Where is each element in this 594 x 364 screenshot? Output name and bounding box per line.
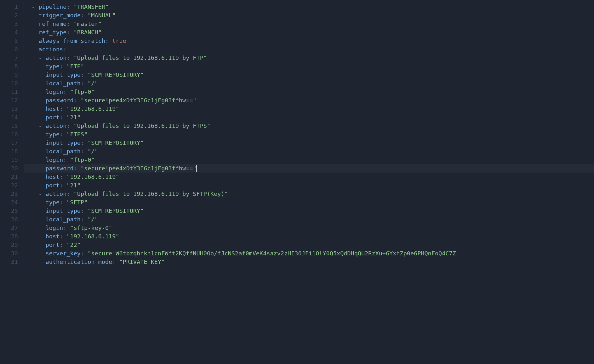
code-line[interactable]: type: "SFTP": [31, 198, 594, 207]
yaml-value: true: [112, 37, 126, 44]
yaml-key: login: [46, 225, 63, 231]
yaml-dash: -: [38, 191, 45, 197]
line-number: 16: [0, 130, 18, 139]
code-line[interactable]: - action: "Upload files to 192.168.6.119…: [31, 122, 594, 130]
code-line[interactable]: login: "ftp-0": [31, 88, 594, 96]
line-number: 8: [0, 62, 18, 71]
yaml-dash: -: [31, 3, 38, 10]
code-line[interactable]: input_type: "SCM_REPOSITORY": [31, 71, 594, 79]
yaml-colon: :: [60, 114, 63, 121]
yaml-value: "sftp-key-0": [70, 225, 112, 231]
code-line[interactable]: input_type: "SCM_REPOSITORY": [31, 139, 594, 147]
yaml-key: login: [46, 88, 63, 95]
line-number: 13: [0, 105, 18, 113]
yaml-key: host: [46, 233, 60, 240]
yaml-value: "MANUAL": [88, 12, 116, 19]
code-line[interactable]: host: "192.168.6.119": [31, 232, 594, 241]
yaml-colon: :: [66, 20, 70, 27]
code-line[interactable]: port: "21": [31, 181, 594, 190]
code-editor[interactable]: 1234567891011121314151617181920212223242…: [0, 0, 594, 364]
text-cursor: [196, 165, 197, 172]
code-line[interactable]: server_key: "secure!W6tbzqhnkh1cnFWft2KQ…: [31, 249, 594, 258]
code-line[interactable]: type: "FTPS": [31, 130, 594, 139]
code-line[interactable]: password: "secure!pee4xDtY3IGc1jFg03ffbw…: [31, 96, 594, 105]
line-number: 29: [0, 241, 18, 249]
yaml-key: trigger_mode: [38, 12, 81, 19]
line-number: 27: [0, 224, 18, 232]
code-line[interactable]: always_from_scratch: true: [31, 37, 594, 45]
code-line[interactable]: port: "21": [31, 113, 594, 122]
code-line[interactable]: actions:: [31, 45, 594, 54]
yaml-key: ref_name: [38, 20, 66, 27]
yaml-value: "Upload files to 192.168.6.119 by FTPS": [74, 122, 210, 129]
yaml-key: pipeline: [38, 3, 66, 10]
code-line[interactable]: local_path: "/": [31, 147, 594, 156]
line-number: 7: [0, 54, 18, 62]
line-number: 2: [0, 11, 18, 20]
line-number: 1: [0, 3, 18, 11]
yaml-value: "FTPS": [66, 131, 88, 138]
line-number: 30: [0, 249, 18, 258]
yaml-colon: :: [81, 80, 84, 87]
code-line[interactable]: type: "FTP": [31, 62, 594, 71]
code-line[interactable]: login: "ftp-0": [31, 156, 594, 164]
yaml-colon: :: [74, 165, 77, 172]
line-number: 10: [0, 79, 18, 88]
code-line[interactable]: password: "secure!pee4xDtY3IGc1jFg03ffbw…: [24, 164, 594, 173]
yaml-key: input_type: [46, 71, 81, 78]
line-number: 26: [0, 215, 18, 224]
yaml-key: action: [46, 122, 67, 129]
yaml-dash: -: [38, 122, 45, 129]
code-line[interactable]: authentication_mode: "PRIVATE_KEY": [31, 258, 594, 266]
yaml-key: port: [46, 242, 60, 248]
yaml-key: local_path: [46, 216, 81, 223]
yaml-value: "192.168.6.119": [66, 233, 119, 240]
yaml-colon: :: [60, 173, 63, 180]
line-number: 23: [0, 190, 18, 198]
code-line[interactable]: local_path: "/": [31, 215, 594, 224]
code-area[interactable]: - pipeline: "TRANSFER" trigger_mode: "MA…: [24, 0, 594, 364]
code-line[interactable]: input_type: "SCM_REPOSITORY": [31, 207, 594, 215]
yaml-colon: :: [105, 37, 109, 44]
yaml-value: "/": [88, 148, 98, 155]
code-line[interactable]: port: "22": [31, 241, 594, 249]
yaml-colon: :: [60, 182, 63, 189]
yaml-key: always_from_scratch: [38, 37, 105, 44]
code-line[interactable]: - pipeline: "TRANSFER": [31, 3, 594, 11]
yaml-key: local_path: [46, 80, 81, 87]
code-line[interactable]: - action: "Upload files to 192.168.6.119…: [31, 54, 594, 62]
code-line[interactable]: trigger_mode: "MANUAL": [31, 11, 594, 20]
yaml-key: action: [46, 191, 67, 197]
yaml-colon: :: [60, 199, 63, 206]
line-number: 21: [0, 173, 18, 181]
yaml-value: "Upload files to 192.168.6.119 by FTP": [74, 54, 207, 61]
yaml-value: "SFTP": [66, 199, 88, 206]
line-number: 25: [0, 207, 18, 215]
code-line[interactable]: local_path: "/": [31, 79, 594, 88]
code-line[interactable]: ref_name: "master": [31, 20, 594, 28]
code-line[interactable]: host: "192.168.6.119": [31, 173, 594, 181]
yaml-value: "/": [88, 216, 98, 223]
yaml-key: password: [46, 97, 74, 104]
line-number: 14: [0, 113, 18, 122]
yaml-value: "21": [66, 182, 81, 189]
code-line[interactable]: login: "sftp-key-0": [31, 224, 594, 232]
yaml-value: "192.168.6.119": [66, 173, 119, 180]
yaml-colon: :: [81, 250, 84, 257]
yaml-value: "ftp-0": [70, 156, 95, 163]
yaml-colon: :: [63, 156, 66, 163]
yaml-key: input_type: [46, 208, 81, 214]
code-line[interactable]: ref_type: "BRANCH": [31, 28, 594, 37]
line-number: 22: [0, 181, 18, 190]
yaml-key: ref_type: [38, 29, 66, 36]
yaml-key: server_key: [46, 250, 81, 257]
yaml-key: type: [46, 131, 60, 138]
yaml-colon: :: [81, 208, 84, 214]
yaml-colon: :: [66, 29, 70, 36]
yaml-key: host: [46, 173, 60, 180]
yaml-value: "/": [88, 80, 98, 87]
code-line[interactable]: host: "192.168.6.119": [31, 105, 594, 113]
code-line[interactable]: - action: "Upload files to 192.168.6.119…: [31, 190, 594, 198]
line-number: 6: [0, 45, 18, 54]
yaml-colon: :: [81, 12, 84, 19]
